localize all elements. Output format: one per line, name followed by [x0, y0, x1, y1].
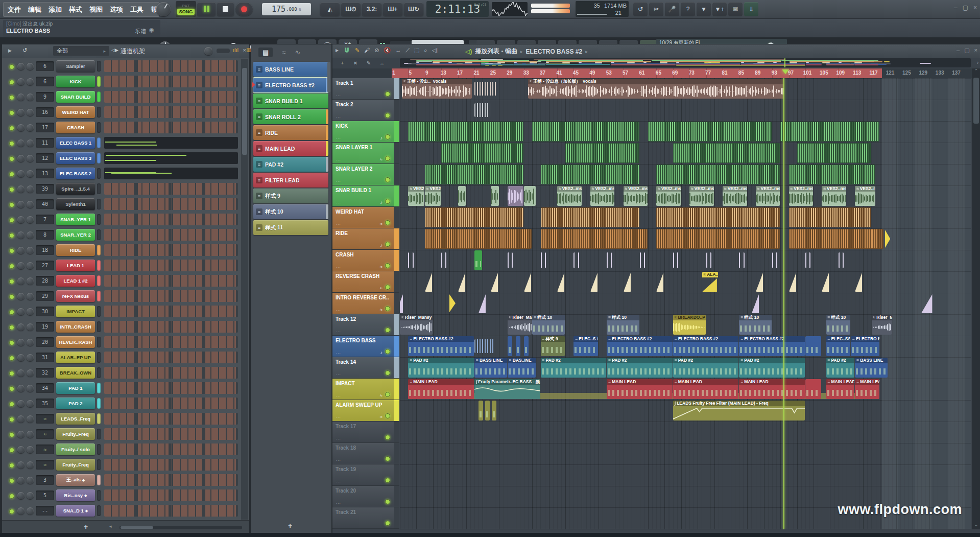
track-options-dots[interactable]: ... — [336, 114, 341, 119]
channel-pan-knob[interactable] — [17, 94, 25, 101]
time-display[interactable]: 2:11:13 M:S:CS — [426, 1, 489, 17]
pattern-clip[interactable]: ≡BASS LINE — [855, 358, 888, 378]
delete-tool[interactable]: ⊘ — [374, 47, 379, 54]
metronome-button[interactable]: ◭ — [320, 3, 340, 16]
audio-clip[interactable]: ≈VES2..ms — [656, 186, 681, 206]
slip-tool[interactable]: ↔ — [395, 47, 401, 53]
step-sequencer-cells[interactable] — [104, 91, 238, 103]
audio-clip[interactable]: ≈VES2..ms — [425, 186, 441, 206]
steps-clip[interactable] — [425, 229, 532, 249]
channel-select-strip[interactable] — [97, 291, 101, 301]
track-options-dots[interactable]: ... — [336, 436, 341, 440]
audio-clip[interactable] — [524, 186, 536, 206]
step-sequencer-cells[interactable] — [104, 306, 238, 317]
track-options-dots[interactable]: ... — [336, 393, 341, 398]
channel-select-strip[interactable] — [97, 413, 101, 424]
channel-button[interactable]: Fruity../ solo — [56, 443, 95, 455]
tri-clip[interactable] — [449, 293, 456, 313]
track-header[interactable]: Track 1... — [332, 78, 394, 100]
channel-volume-knob[interactable] — [27, 492, 34, 499]
steps-clip[interactable] — [541, 207, 639, 227]
chat-button[interactable]: ✉ — [728, 2, 743, 16]
channel-pan-knob[interactable] — [17, 231, 25, 239]
channel-rack-vscrollbar[interactable] — [241, 59, 248, 520]
channel-select-strip[interactable] — [97, 153, 101, 164]
pattern-clip[interactable]: ≡ELECTRO BASS #2 — [673, 336, 739, 356]
slice-tool[interactable]: ⟋ — [405, 47, 410, 54]
menu-item-3[interactable]: 样式 — [69, 5, 82, 14]
close-icon[interactable]: × — [243, 47, 246, 53]
channel-button[interactable]: REVER..RASH — [56, 336, 95, 348]
steps-clip[interactable] — [789, 165, 875, 184]
audio-clip[interactable] — [508, 186, 523, 206]
track-enable-led[interactable] — [385, 242, 390, 247]
channel-volume-knob[interactable] — [27, 385, 34, 392]
channel-mute-led[interactable] — [9, 264, 14, 269]
channel-target-number[interactable]: ≈ — [36, 460, 54, 470]
magnet-icon[interactable] — [343, 46, 350, 54]
track-header[interactable]: CRASH...≈ — [332, 250, 394, 271]
scroll-left-icon[interactable]: ◂ — [109, 524, 112, 529]
step-sequencer-cells[interactable] — [104, 275, 238, 287]
audio-clip[interactable]: ≈VES2..ms — [855, 186, 875, 206]
chop-clip[interactable] — [474, 103, 490, 117]
pattern-clip[interactable]: ≡ELECTRO BASS #2 — [607, 336, 673, 356]
cut-button[interactable]: ✂ — [649, 2, 663, 16]
track-enable-led[interactable] — [385, 521, 390, 526]
channel-volume-knob[interactable] — [27, 124, 34, 131]
channel-mute-led[interactable] — [9, 233, 14, 238]
step-sequencer-cells[interactable] — [104, 198, 238, 210]
channel-target-number[interactable]: ≈ — [36, 445, 54, 454]
track-options-dots[interactable]: ... — [336, 92, 341, 97]
minimize-icon[interactable]: – — [954, 4, 958, 11]
channel-rack-hscrollbar[interactable] — [119, 526, 242, 529]
pattern-clip[interactable] — [805, 379, 821, 399]
h-zoom-button[interactable]: ↔ — [376, 59, 388, 67]
blend-recording-button[interactable]: Ш+ — [383, 3, 402, 16]
channel-button[interactable]: RIDE — [56, 244, 95, 256]
breadcrumb-part1[interactable]: 播放列表 - 编曲 — [475, 47, 517, 56]
delete-button[interactable]: ✕ — [350, 59, 361, 67]
audio-clip[interactable]: ≈VES2..ms — [557, 186, 582, 206]
channel-target-number[interactable]: 40 — [36, 199, 54, 209]
audio-clip[interactable] — [491, 186, 498, 206]
hit-clip[interactable] — [508, 252, 513, 268]
channel-target-number[interactable]: 20 — [36, 337, 54, 347]
hit-clip[interactable] — [673, 252, 678, 268]
step-sequencer-cells[interactable] — [104, 489, 238, 501]
audio-clip[interactable]: ≈VES2..ms — [590, 186, 615, 206]
track-options-dots[interactable]: ... — [336, 135, 341, 140]
zoom-tool[interactable]: ⌕ — [424, 47, 427, 54]
track-header[interactable]: SNAR LAYER 2... — [332, 164, 394, 185]
channel-volume-knob[interactable] — [27, 446, 34, 453]
pattern-clip[interactable]: ≡BASS LINE — [474, 358, 507, 378]
step-sequencer-cells[interactable] — [104, 183, 238, 195]
add-channel-button[interactable]: + — [84, 523, 88, 531]
channel-pan-knob[interactable] — [17, 247, 25, 254]
channel-mute-led[interactable] — [9, 126, 14, 131]
channel-target-number[interactable]: 13 — [36, 169, 54, 178]
maximize-icon[interactable]: ▢ — [964, 47, 969, 54]
pattern-clip[interactable]: ≡样式 10 — [532, 315, 565, 335]
channel-volume-knob[interactable] — [27, 216, 34, 223]
save-button[interactable]: ▼ — [697, 2, 711, 16]
swell-clip[interactable] — [400, 293, 403, 313]
channel-note-preview[interactable] — [104, 168, 238, 179]
channel-select-strip[interactable] — [97, 183, 101, 194]
pattern-clip[interactable]: ≡样式 10 — [739, 315, 772, 335]
channel-pan-knob[interactable] — [17, 109, 25, 116]
undo-button[interactable]: ↺ — [633, 2, 648, 16]
track-enable-led[interactable] — [385, 456, 390, 461]
channel-button[interactable]: SNA..D 1◆ — [56, 505, 95, 517]
pattern-item[interactable]: ≡SNAR ROLL 2 — [253, 109, 328, 124]
channel-button[interactable]: SNAR..YER 1 — [56, 214, 95, 225]
channel-target-number[interactable]: 16 — [36, 107, 54, 117]
steps-clip[interactable] — [541, 229, 648, 249]
song-overview-strip[interactable] — [400, 58, 971, 67]
pattern-item[interactable]: ≡样式 10 — [253, 204, 328, 219]
channel-pan-knob[interactable] — [17, 185, 25, 193]
menu-item-1[interactable]: 编辑 — [28, 5, 41, 14]
channel-button[interactable]: PAD 1 — [56, 382, 95, 394]
swell-clip[interactable] — [557, 272, 565, 292]
channel-select-strip[interactable] — [97, 383, 101, 393]
